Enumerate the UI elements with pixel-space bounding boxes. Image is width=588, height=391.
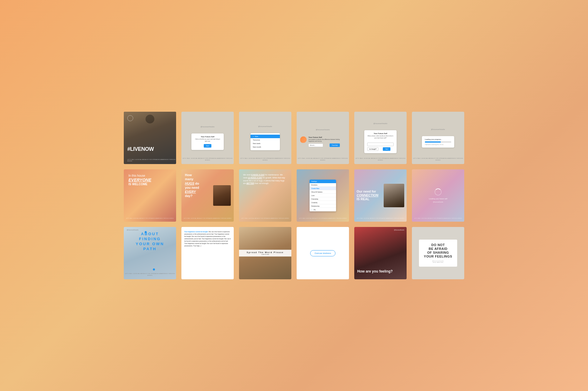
every-em: EVERY bbox=[185, 190, 196, 193]
peach-text: Use wisdom to discern the difference bet… bbox=[308, 139, 345, 143]
circle-icon bbox=[127, 115, 133, 121]
handle-r1c2: @futureseifstudio bbox=[201, 126, 214, 128]
card-about-path: ABOUT FINDING YOUR OWN PATH LET'S TALK /… bbox=[124, 227, 176, 279]
fd-showall[interactable]: Show All Options bbox=[310, 190, 336, 194]
fd-relationship[interactable]: Relationship bbox=[310, 204, 336, 208]
how: Howmany bbox=[185, 173, 193, 181]
dna-line1: DO NOT bbox=[422, 243, 454, 247]
handle-r1c4: @futureseifstudio bbox=[316, 129, 330, 131]
check-icon-fd: ✓ bbox=[311, 209, 313, 210]
feelings-dropdown-menu: Feelings Emotions Create New Show All Op… bbox=[310, 180, 336, 211]
hugs-body: We need 8 HUGS A DAY for maintenance. We… bbox=[239, 169, 291, 189]
form-buttons: Is it tough? Yes! bbox=[367, 147, 394, 151]
banner-sub-text: Love is real bbox=[241, 253, 289, 255]
livenow-photo bbox=[124, 112, 176, 164]
peach-two-col: Your Future Self Use wisdom to discern t… bbox=[300, 136, 345, 147]
card-kindness[interactable]: Overuse kindness bbox=[297, 227, 349, 279]
dropdown-item-now[interactable]: ✓ Now bbox=[250, 135, 280, 138]
in-this-house-line2: EVERYONE bbox=[128, 178, 171, 183]
loading-inner: Loading your future self @futureseifstud… bbox=[412, 169, 464, 222]
about-line4: PATH bbox=[127, 247, 173, 252]
footer-r2c3: LET'S TALK / A SOCIAL MEDIA KIT FOR SPRE… bbox=[239, 218, 291, 219]
quote-highlight: True happiness cannot be bought. bbox=[184, 231, 208, 233]
banner-main-text: Spread The Word Please bbox=[241, 251, 289, 253]
card-progress: @futureseifstudio Loading your progress.… bbox=[412, 112, 464, 164]
card-text-quote: True happiness cannot be bought. Nor can… bbox=[181, 227, 234, 279]
connection-photo bbox=[384, 184, 404, 207]
fd-joy[interactable]: ✓ Joy bbox=[310, 208, 336, 211]
hug-photo bbox=[213, 185, 231, 206]
about-path-text: ABOUT FINDING YOUR OWN PATH bbox=[124, 227, 176, 256]
card-peach-input: @futureseifstudio Your Future Self Use w… bbox=[297, 112, 349, 164]
in-this-house-line1: In this house bbox=[128, 174, 171, 178]
true-that-button[interactable]: True that bbox=[330, 143, 340, 147]
ui-box-r1c2: Your Future Self Click on the life you w… bbox=[191, 133, 224, 150]
fd-friendship[interactable]: Friendship bbox=[310, 197, 336, 201]
ui-box-r1c6: Loading your progress... 5 lightposts re… bbox=[422, 136, 454, 148]
peach-input[interactable] bbox=[308, 143, 323, 147]
fd-emotions[interactable]: Emotions bbox=[310, 183, 336, 187]
form-input-r1c5[interactable] bbox=[367, 143, 394, 146]
do-not-afraid-box: DO NOT BE AFRAID OF SHARING YOUR FEELING… bbox=[419, 240, 457, 267]
footer-r2c6: LET'S TALK / A SOCIAL MEDIA KIT FOR SPRE… bbox=[412, 218, 464, 219]
fd-love[interactable]: Love bbox=[310, 194, 336, 197]
future-self-content: @futureseifstudio Your Future Self Click… bbox=[181, 112, 234, 164]
yes-button[interactable]: Yes! bbox=[383, 147, 390, 151]
card-dropdown-now: @futureseifstudio ✓ Now Tomorrow Next we… bbox=[239, 112, 291, 164]
card-livenow: #LIVENOW LET'S TALK / A SOCIAL MEDIA KIT… bbox=[124, 112, 176, 164]
in-this-house-line3: IS WELCOME bbox=[128, 183, 171, 186]
dna-line2: BE AFRAID bbox=[422, 247, 454, 251]
dropdown-content: @futureseifstudio ✓ Now Tomorrow Next we… bbox=[239, 112, 291, 164]
card-photo-banner: Spread The Word Please Love is real bbox=[239, 227, 291, 279]
handle-r1c5: @futureseifstudio bbox=[373, 123, 387, 124]
dna-line4: YOUR FEELINGS bbox=[422, 255, 454, 258]
handle-r1c3: @futureseifstudio bbox=[258, 126, 272, 127]
card-hugs-text: We need 8 HUGS A DAY for maintenance. We… bbox=[239, 169, 291, 222]
overlay-banner: Spread The Word Please Love is real bbox=[239, 250, 291, 257]
progress-label: 5 lightposts remaining (Yes, I know) bbox=[425, 144, 451, 145]
dot-top bbox=[145, 231, 147, 233]
ui-box-r1c5: Your Future Self What a brave, when woul… bbox=[364, 130, 397, 153]
progress-bar-outer bbox=[425, 141, 451, 143]
person-photo-r2c5 bbox=[384, 184, 404, 207]
row-2: In this house EVERYONE IS WELCOME LET'S … bbox=[124, 169, 464, 222]
livenow-text: #LIVENOW bbox=[127, 146, 154, 152]
footer-r1c3: LET'S TALK / A SOCIAL MEDIA KIT FOR SPRE… bbox=[239, 158, 291, 161]
loading-handle: @futureseifstudio bbox=[433, 201, 443, 203]
row-3: ABOUT FINDING YOUR OWN PATH LET'S TALK /… bbox=[124, 227, 464, 279]
about-line2: FINDING bbox=[127, 237, 173, 242]
dropdown-item-nextmonth[interactable]: Next month bbox=[250, 145, 280, 149]
is-tough-button[interactable]: Is it tough? bbox=[367, 147, 378, 151]
card-connection: Our need for CONNEC­TION IS REAL LET'S T… bbox=[354, 169, 407, 222]
check-icon: ✓ bbox=[253, 136, 254, 137]
handle-r3c1: @futureseifstudio bbox=[127, 229, 138, 231]
form-content: @futureseifstudio Your Future Self What … bbox=[354, 112, 407, 164]
card-form-yesno: @futureseifstudio Your Future Self What … bbox=[354, 112, 407, 164]
dna-line3: OF SHARING bbox=[422, 251, 454, 255]
dropdown-item-tomorrow[interactable]: Tomorrow bbox=[250, 138, 280, 142]
footer-r2c5: LET'S TALK / A SOCIAL MEDIA KIT FOR SPRE… bbox=[354, 218, 407, 219]
fd-creativity[interactable]: Creativity bbox=[310, 201, 336, 204]
feelings-center: Feelings Emotions Create New Show All Op… bbox=[297, 169, 349, 222]
fd-create[interactable]: Create New bbox=[310, 187, 336, 190]
dna-handle: @futureseifstudio SOUL MEETING bbox=[422, 260, 454, 263]
about-line1: ABOUT bbox=[127, 232, 173, 237]
progress-bar-inner bbox=[425, 141, 441, 143]
start-button[interactable]: Start bbox=[204, 144, 212, 148]
connection-text: Our need for CONNEC­TION IS REAL bbox=[354, 186, 384, 205]
card-hugs-count: HowmanyHUGS doyou needEVERY day? LET'S T… bbox=[181, 169, 234, 222]
quote-text: True happiness cannot be bought. Nor can… bbox=[181, 227, 234, 250]
footer-r1c4: LET'S TALK / A SOCIAL MEDIA KIT FOR SPRE… bbox=[297, 158, 349, 161]
row-1: #LIVENOW LET'S TALK / A SOCIAL MEDIA KIT… bbox=[124, 112, 464, 164]
dropdown-item-nextweek[interactable]: Next week bbox=[250, 142, 280, 145]
ui-title-r1c2: Your Future Self bbox=[194, 136, 221, 138]
footer-r1c6: LET'S TALK / A SOCIAL MEDIA KIT FOR SPRE… bbox=[412, 158, 464, 161]
footer-r1c2: LET'S TALK / A SOCIAL MEDIA KIT FOR SPRE… bbox=[181, 158, 234, 161]
kindness-button[interactable]: Overuse kindness bbox=[310, 250, 335, 256]
footer-r2c2: LET'S TALK / A SOCIAL MEDIA KIT FOR SPRE… bbox=[181, 218, 234, 219]
dropdown-list-r1c3: ✓ Now Tomorrow Next week Next month bbox=[250, 133, 280, 150]
footer-r1c5: LET'S TALK / A SOCIAL MEDIA KIT FOR SPRE… bbox=[354, 158, 407, 161]
card-do-not-afraid: DO NOT BE AFRAID OF SHARING YOUR FEELING… bbox=[412, 227, 464, 279]
how-handle: @futureseifstudio bbox=[394, 229, 404, 231]
peach-left bbox=[300, 136, 307, 144]
